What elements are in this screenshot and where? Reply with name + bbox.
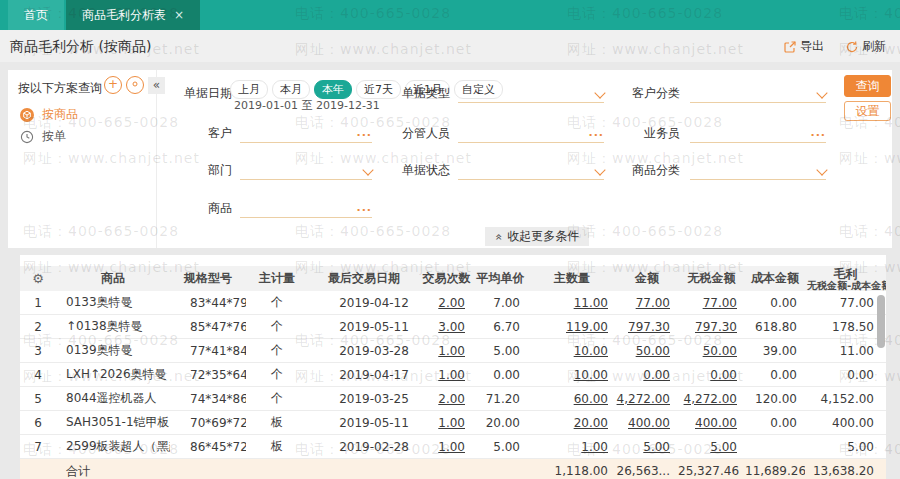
cell-7[interactable]: 119.00	[528, 315, 616, 339]
cell-9[interactable]: 4,272.00	[678, 387, 745, 411]
tab-home[interactable]: 首页	[8, 0, 64, 30]
cell-7[interactable]: 11.00	[528, 291, 616, 315]
tab-close-icon[interactable]: ×	[174, 8, 184, 22]
filter-label-7: 商品分类	[604, 162, 680, 179]
cell-9[interactable]: 0.00	[678, 363, 745, 387]
collapse-more-button[interactable]: « 收起更多条件	[485, 227, 589, 246]
total-cell-1: 合计	[56, 459, 170, 479]
cell-7[interactable]: 10.00	[528, 339, 616, 363]
cell-1: SAH3051-1铠甲板装1...	[56, 411, 170, 435]
chevron-down-icon[interactable]	[818, 166, 826, 178]
cell-9[interactable]: 400.00	[678, 411, 745, 435]
sidebar-item-by-order[interactable]: 按单	[20, 128, 66, 145]
date-option-上月[interactable]: 上月	[230, 80, 268, 99]
chevron-down-icon[interactable]	[364, 166, 372, 178]
query-button[interactable]: 查询	[844, 75, 891, 97]
refresh-button[interactable]: 刷新	[846, 38, 886, 55]
settings-button[interactable]: 设置	[844, 101, 891, 121]
cell-9[interactable]: 5.00	[678, 435, 745, 459]
cell-8[interactable]: 4,272.00	[616, 387, 678, 411]
filter-field-3[interactable]: ···	[458, 124, 604, 143]
total-cell-2	[170, 459, 246, 479]
cell-6: 5.00	[473, 339, 528, 363]
cell-11: 0.00	[805, 363, 886, 387]
cell-9[interactable]: 50.00	[678, 339, 745, 363]
product-icon	[20, 108, 34, 122]
filter-label-date: 单据日期	[156, 85, 232, 102]
date-range-start: 2019-01-01	[234, 99, 298, 112]
collapse-more-label: 收起更多条件	[507, 228, 579, 245]
chevron-down-icon[interactable]	[596, 89, 604, 101]
target-icon[interactable]	[126, 76, 144, 94]
column-header-7: 主数量	[528, 266, 616, 291]
column-header-9: 无税金额	[678, 266, 745, 291]
cell-5[interactable]: 1.00	[420, 339, 473, 363]
date-option-本年[interactable]: 本年	[314, 80, 352, 99]
cell-7[interactable]: 10.00	[528, 363, 616, 387]
date-range-text[interactable]: 2019-01-01 至 2019-12-31	[234, 98, 380, 113]
table-row: 2↑0138奥特曼85*47*76个2019-05-113.006.70119.…	[20, 315, 886, 339]
cell-9[interactable]: 797.30	[678, 315, 745, 339]
cell-2: 74*34*86	[170, 387, 246, 411]
ellipsis-picker-icon[interactable]: ···	[810, 130, 826, 141]
add-scheme-icon[interactable]: +	[104, 76, 122, 94]
filter-field-4[interactable]: ···	[690, 124, 826, 143]
cell-1: 0133奥特曼	[56, 291, 170, 315]
cell-0: 5	[20, 387, 56, 411]
filter-field-8[interactable]: ···	[240, 199, 372, 218]
chevron-down-icon[interactable]	[596, 166, 604, 178]
chevron-down-icon[interactable]	[818, 89, 826, 101]
cell-5[interactable]: 1.00	[420, 435, 473, 459]
cell-5[interactable]: 2.00	[420, 291, 473, 315]
cell-8[interactable]: 400.00	[616, 411, 678, 435]
filter-field-0[interactable]	[458, 84, 604, 103]
filter-field-1[interactable]	[690, 84, 826, 103]
cell-8[interactable]: 5.00	[616, 435, 678, 459]
cell-9[interactable]: 77.00	[678, 291, 745, 315]
cell-0: 3	[20, 339, 56, 363]
column-header-4: 最后交易日期	[308, 266, 420, 291]
ellipsis-picker-icon[interactable]: ···	[356, 130, 372, 141]
date-option-本月[interactable]: 本月	[272, 80, 310, 99]
total-cell-6	[473, 459, 528, 479]
table-row: 58044遥控机器人74*34*86个2019-03-252.0071.2060…	[20, 387, 886, 411]
filter-field-6[interactable]	[458, 161, 604, 180]
vertical-scrollbar[interactable]	[877, 295, 885, 348]
cell-8[interactable]: 797.30	[616, 315, 678, 339]
column-settings-icon[interactable]: ⚙	[32, 271, 44, 286]
cell-8[interactable]: 50.00	[616, 339, 678, 363]
cell-2: 86*45*72	[170, 435, 246, 459]
export-button[interactable]: 导出	[784, 38, 824, 55]
cell-8[interactable]: 77.00	[616, 291, 678, 315]
cell-4: 2019-05-11	[308, 411, 420, 435]
cell-5[interactable]: 1.00	[420, 363, 473, 387]
cell-5[interactable]: 1.00	[420, 411, 473, 435]
cell-4: 2019-04-12	[308, 291, 420, 315]
cell-4: 2019-05-11	[308, 315, 420, 339]
cell-6: 5.00	[473, 435, 528, 459]
cell-8[interactable]: 0.00	[616, 363, 678, 387]
sidebar-item-label: 按单	[42, 128, 66, 145]
table-row: 72599板装超人（黑超...86*45*72板2019-02-281.005.…	[20, 435, 886, 459]
ellipsis-picker-icon[interactable]: ···	[356, 205, 372, 216]
cell-7[interactable]: 1.00	[528, 435, 616, 459]
cell-5[interactable]: 3.00	[420, 315, 473, 339]
total-cell-8: 26,563...	[616, 459, 678, 479]
sidebar-item-by-product[interactable]: 按商品	[20, 106, 78, 123]
cell-10: 618.80	[745, 315, 805, 339]
cell-7[interactable]: 60.00	[528, 387, 616, 411]
cell-10	[745, 435, 805, 459]
filter-field-5[interactable]	[240, 161, 372, 180]
column-settings-header: ⚙	[20, 266, 56, 291]
column-header-2: 规格型号	[170, 266, 246, 291]
ellipsis-picker-icon[interactable]: ···	[588, 130, 604, 141]
filter-field-7[interactable]	[690, 161, 826, 180]
filter-field-2[interactable]: ···	[240, 124, 372, 143]
cell-5[interactable]: 2.00	[420, 387, 473, 411]
cell-7[interactable]: 20.00	[528, 411, 616, 435]
cell-2: 85*47*76	[170, 315, 246, 339]
tab-label: 商品毛利分析表	[82, 7, 166, 24]
total-cell-10: 11,689.26	[745, 459, 805, 479]
date-range-separator: 至	[301, 99, 312, 112]
tab-product-profit[interactable]: 商品毛利分析表 ×	[66, 0, 200, 30]
